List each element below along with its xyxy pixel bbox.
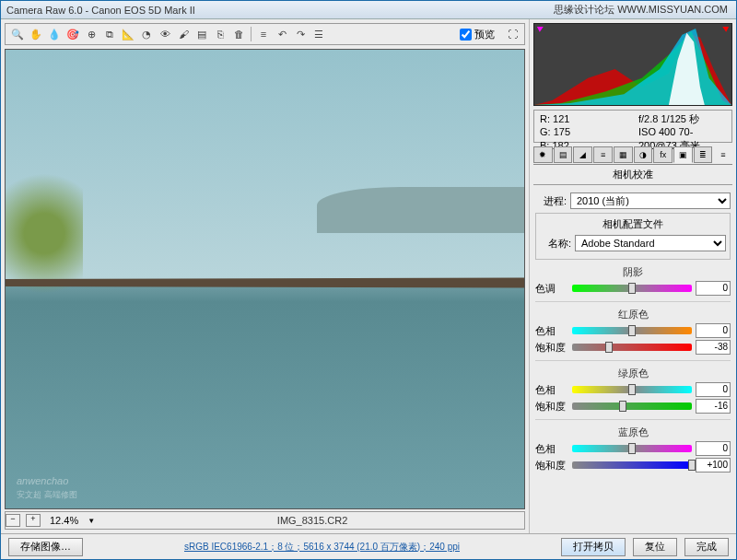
filename: IMG_8315.CR2 <box>100 515 524 526</box>
workflow-link[interactable]: sRGB IEC61966-2.1；8 位；5616 x 3744 (21.0 … <box>90 541 554 554</box>
rgb-g: G: 175 <box>540 125 627 138</box>
shadow-tint-label: 色调 <box>535 282 568 296</box>
panel-menu-icon[interactable]: ≡ <box>713 146 732 163</box>
shadow-tint-value[interactable]: 0 <box>696 281 731 296</box>
photo-content: anwenchao 安文超 高端修图 <box>6 50 524 508</box>
hand-icon[interactable]: ✋ <box>28 26 44 42</box>
info-readout: R: 121 G: 175 B: 182 f/2.8 1/125 秒 ISO 4… <box>533 110 732 143</box>
separator <box>251 27 252 41</box>
svg-marker-0 <box>537 27 544 32</box>
zoom-level[interactable]: 12.4% <box>46 515 82 526</box>
target-icon[interactable]: ⊕ <box>83 26 99 42</box>
rotate-cw-icon[interactable]: ↷ <box>292 26 309 42</box>
watermark-top: 思缘设计论坛 WWW.MISSYUAN.COM <box>554 3 728 17</box>
svg-marker-1 <box>722 27 729 32</box>
blue-sat-slider[interactable] <box>572 461 692 469</box>
tab-basic[interactable]: ✹ <box>533 146 553 163</box>
preview-checkbox[interactable] <box>460 29 472 41</box>
blue-title: 蓝原色 <box>535 426 731 439</box>
open-button[interactable]: 打开拷贝 <box>561 538 626 556</box>
preview-toggle[interactable]: 预览 <box>460 28 495 41</box>
tab-lens[interactable]: ◑ <box>634 146 653 163</box>
green-sat-slider[interactable] <box>572 402 692 410</box>
blue-sat-label: 饱和度 <box>535 459 568 472</box>
window-title: Camera Raw 6.0 - Canon EOS 5D Mark II <box>6 5 195 16</box>
blue-sat-value[interactable]: +100 <box>696 458 731 472</box>
red-hue-slider[interactable] <box>572 327 692 334</box>
tab-curve[interactable]: ▤ <box>554 146 573 163</box>
exposure-info: f/2.8 1/125 秒 <box>638 112 726 125</box>
panel-title: 相机校准 <box>533 165 732 185</box>
shadow-title: 阴影 <box>535 265 731 279</box>
tab-detail[interactable]: ◢ <box>573 146 592 163</box>
brush-icon[interactable]: 🖌 <box>175 26 192 42</box>
rgb-r: R: 121 <box>540 112 627 125</box>
list-icon[interactable]: ≡ <box>255 26 272 42</box>
fullscreen-icon[interactable]: ⛶ <box>504 26 521 42</box>
process-label: 进程: <box>535 194 567 208</box>
red-sat-slider[interactable] <box>572 344 692 351</box>
grad-icon[interactable]: ▤ <box>193 26 210 42</box>
green-sat-value[interactable]: -16 <box>696 399 731 414</box>
zoom-bar: − + 12.4% ▼ IMG_8315.CR2 <box>5 511 525 530</box>
profile-box-title: 相机配置文件 <box>540 217 726 231</box>
tab-strip: ✹ ▤ ◢ ≡ ▦ ◑ fx ▣ ≣ ≡ <box>533 146 732 165</box>
rotate-ccw-icon[interactable]: ↶ <box>274 26 290 42</box>
green-hue-value[interactable]: 0 <box>696 382 731 397</box>
save-button[interactable]: 存储图像… <box>8 538 83 556</box>
image-preview[interactable]: anwenchao 安文超 高端修图 <box>5 49 525 509</box>
process-select[interactable]: 2010 (当前) <box>570 192 731 209</box>
left-pane: 🔍 ✋ 💧 🎯 ⊕ ⧉ 📐 ◔ 👁 🖌 ▤ ⎘ 🗑 ≡ ↶ ↷ ☰ 预览 ⛶ <box>1 19 529 533</box>
eyedropper-icon[interactable]: 🎯 <box>64 26 81 42</box>
red-hue-value[interactable]: 0 <box>696 323 731 338</box>
tab-calibration[interactable]: ▣ <box>673 146 693 163</box>
shadow-tint-slider[interactable] <box>572 285 692 292</box>
panel-body: 进程: 2010 (当前) 相机配置文件 名称: Adobe Standard … <box>530 185 736 533</box>
crop-icon[interactable]: ⧉ <box>101 26 118 42</box>
red-sat-value[interactable]: -38 <box>696 340 731 355</box>
tab-split[interactable]: ▦ <box>614 146 633 163</box>
blue-hue-slider[interactable] <box>572 445 692 452</box>
zoom-out-button[interactable]: − <box>6 514 20 527</box>
trash-icon[interactable]: 🗑 <box>230 26 247 42</box>
red-sat-label: 饱和度 <box>535 341 568 355</box>
zoom-icon[interactable]: 🔍 <box>9 26 26 42</box>
level-icon[interactable]: 📐 <box>120 26 136 42</box>
tab-hsl[interactable]: ≡ <box>593 146 613 163</box>
zoom-dropdown-icon[interactable]: ▼ <box>88 517 95 525</box>
tab-fx[interactable]: fx <box>653 146 673 163</box>
redeye-icon[interactable]: 👁 <box>157 26 173 42</box>
green-hue-label: 色相 <box>535 383 568 397</box>
profile-group: 相机配置文件 名称: Adobe Standard <box>535 213 731 260</box>
main-area: 🔍 ✋ 💧 🎯 ⊕ ⧉ 📐 ◔ 👁 🖌 ▤ ⎘ 🗑 ≡ ↶ ↷ ☰ 预览 ⛶ <box>1 19 736 533</box>
blue-hue-value[interactable]: 0 <box>696 441 731 456</box>
preview-label: 预览 <box>474 28 495 41</box>
green-sat-label: 饱和度 <box>535 400 568 414</box>
eyedropper-s-icon[interactable]: 💧 <box>46 26 63 42</box>
tab-presets[interactable]: ≣ <box>694 146 713 163</box>
right-panel: R: 121 G: 175 B: 182 f/2.8 1/125 秒 ISO 4… <box>529 19 736 533</box>
titlebar: Camera Raw 6.0 - Canon EOS 5D Mark II 思缘… <box>1 1 736 19</box>
done-button[interactable]: 完成 <box>684 538 729 556</box>
green-title: 绿原色 <box>535 367 731 380</box>
histogram[interactable] <box>533 23 732 106</box>
watermark-image: anwenchao 安文超 高端修图 <box>17 470 77 501</box>
blue-hue-label: 色相 <box>535 442 568 456</box>
green-hue-slider[interactable] <box>572 386 692 393</box>
toolbar: 🔍 ✋ 💧 🎯 ⊕ ⧉ 📐 ◔ 👁 🖌 ▤ ⎘ 🗑 ≡ ↶ ↷ ☰ 预览 ⛶ <box>5 23 525 45</box>
prefs-icon[interactable]: ☰ <box>310 26 327 42</box>
profile-select[interactable]: Adobe Standard <box>575 235 726 251</box>
footer: 存储图像… sRGB IEC61966-2.1；8 位；5616 x 3744 … <box>1 533 736 559</box>
zoom-in-button[interactable]: + <box>26 514 41 527</box>
profile-label: 名称: <box>540 237 571 251</box>
clone-icon[interactable]: ⎘ <box>212 26 228 42</box>
reset-button[interactable]: 复位 <box>633 538 677 556</box>
red-title: 红原色 <box>535 308 731 321</box>
spot-icon[interactable]: ◔ <box>138 26 155 42</box>
red-hue-label: 色相 <box>535 324 568 338</box>
